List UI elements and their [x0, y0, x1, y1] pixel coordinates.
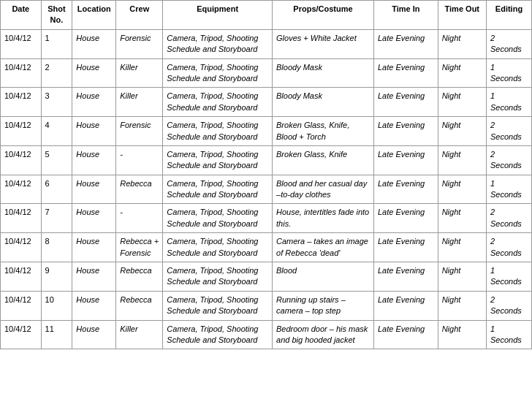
cell-props: Blood [273, 262, 374, 292]
cell-crew: - [116, 204, 163, 233]
cell-shot: 2 [41, 58, 72, 88]
cell-shot: 5 [41, 145, 72, 175]
cell-timeIn: Late Evening [374, 117, 438, 146]
cell-location: House [72, 204, 116, 233]
cell-editing: 2 Seconds [486, 233, 531, 262]
cell-date: 10/4/12 [1, 204, 42, 233]
cell-location: House [72, 58, 116, 88]
cell-location: House [72, 262, 116, 292]
cell-timeIn: Late Evening [374, 88, 438, 117]
cell-editing: 2 Seconds [486, 145, 531, 175]
cell-location: House [72, 291, 116, 320]
cell-editing: 2 Seconds [486, 204, 531, 233]
cell-timeIn: Late Evening [374, 175, 438, 204]
cell-shot: 1 [41, 29, 72, 58]
table-row: 10/4/1211HouseKillerCamera, Tripod, Shoo… [1, 320, 532, 349]
cell-shot: 3 [41, 88, 72, 117]
table-row: 10/4/128HouseRebecca + ForensicCamera, T… [1, 233, 532, 262]
cell-equipment: Camera, Tripod, Shooting Schedule and St… [163, 88, 273, 117]
table-row: 10/4/121HouseForensicCamera, Tripod, Sho… [1, 29, 532, 58]
header-props: Props/Costume [273, 1, 374, 30]
cell-date: 10/4/12 [1, 145, 42, 175]
cell-props: Broken Glass, Knife [273, 145, 374, 175]
cell-crew: Rebecca + Forensic [116, 233, 163, 262]
cell-editing: 1 Seconds [486, 262, 531, 292]
cell-shot: 4 [41, 117, 72, 146]
cell-timeIn: Late Evening [374, 233, 438, 262]
cell-equipment: Camera, Tripod, Shooting Schedule and St… [163, 262, 273, 292]
cell-crew: - [116, 145, 163, 175]
cell-crew: Rebecca [116, 291, 163, 320]
cell-editing: 1 Seconds [486, 175, 531, 204]
cell-date: 10/4/12 [1, 291, 42, 320]
cell-timeOut: Night [438, 29, 486, 58]
header-timein: Time In [374, 1, 438, 30]
cell-props: Bloody Mask [273, 58, 374, 88]
table-row: 10/4/1210HouseRebeccaCamera, Tripod, Sho… [1, 291, 532, 320]
cell-equipment: Camera, Tripod, Shooting Schedule and St… [163, 204, 273, 233]
cell-crew: Forensic [116, 29, 163, 58]
cell-location: House [72, 175, 116, 204]
cell-timeOut: Night [438, 58, 486, 88]
header-timeout: Time Out [438, 1, 486, 30]
cell-props: Bloody Mask [273, 88, 374, 117]
table-row: 10/4/129HouseRebeccaCamera, Tripod, Shoo… [1, 262, 532, 292]
cell-timeOut: Night [438, 204, 486, 233]
cell-editing: 2 Seconds [486, 117, 531, 146]
cell-timeIn: Late Evening [374, 262, 438, 292]
cell-timeOut: Night [438, 175, 486, 204]
cell-timeOut: Night [438, 88, 486, 117]
cell-timeOut: Night [438, 262, 486, 292]
cell-shot: 7 [41, 204, 72, 233]
cell-equipment: Camera, Tripod, Shooting Schedule and St… [163, 117, 273, 146]
header-editing: Editing [486, 1, 531, 30]
cell-crew: Forensic [116, 117, 163, 146]
cell-editing: 1 Seconds [486, 88, 531, 117]
table-row: 10/4/126HouseRebeccaCamera, Tripod, Shoo… [1, 175, 532, 204]
cell-timeOut: Night [438, 320, 486, 349]
cell-equipment: Camera, Tripod, Shooting Schedule and St… [163, 58, 273, 88]
cell-timeOut: Night [438, 291, 486, 320]
cell-editing: 1 Seconds [486, 58, 531, 88]
cell-crew: Killer [116, 58, 163, 88]
cell-date: 10/4/12 [1, 175, 42, 204]
cell-location: House [72, 88, 116, 117]
table-row: 10/4/127House-Camera, Tripod, Shooting S… [1, 204, 532, 233]
header-equipment: Equipment [163, 1, 273, 30]
cell-date: 10/4/12 [1, 117, 42, 146]
cell-shot: 6 [41, 175, 72, 204]
cell-editing: 2 Seconds [486, 29, 531, 58]
header-shot: Shot No. [41, 1, 72, 30]
cell-shot: 10 [41, 291, 72, 320]
table-row: 10/4/125House-Camera, Tripod, Shooting S… [1, 145, 532, 175]
cell-editing: 2 Seconds [486, 291, 531, 320]
cell-date: 10/4/12 [1, 320, 42, 349]
cell-shot: 8 [41, 233, 72, 262]
cell-timeIn: Late Evening [374, 29, 438, 58]
cell-timeOut: Night [438, 117, 486, 146]
cell-crew: Killer [116, 320, 163, 349]
cell-timeIn: Late Evening [374, 145, 438, 175]
table-row: 10/4/124HouseForensicCamera, Tripod, Sho… [1, 117, 532, 146]
cell-props: House, intertitles fade into this. [273, 204, 374, 233]
cell-date: 10/4/12 [1, 262, 42, 292]
header-date: Date [1, 1, 42, 30]
cell-crew: Rebecca [116, 262, 163, 292]
cell-location: House [72, 320, 116, 349]
cell-timeIn: Late Evening [374, 58, 438, 88]
cell-date: 10/4/12 [1, 58, 42, 88]
cell-timeIn: Late Evening [374, 320, 438, 349]
table-row: 10/4/123HouseKillerCamera, Tripod, Shoot… [1, 88, 532, 117]
cell-location: House [72, 145, 116, 175]
cell-shot: 9 [41, 262, 72, 292]
cell-timeIn: Late Evening [374, 291, 438, 320]
cell-equipment: Camera, Tripod, Shooting Schedule and St… [163, 233, 273, 262]
cell-equipment: Camera, Tripod, Shooting Schedule and St… [163, 145, 273, 175]
cell-timeIn: Late Evening [374, 204, 438, 233]
cell-location: House [72, 29, 116, 58]
cell-location: House [72, 117, 116, 146]
cell-crew: Rebecca [116, 175, 163, 204]
cell-props: Broken Glass, Knife, Blood + Torch [273, 117, 374, 146]
cell-timeOut: Night [438, 145, 486, 175]
cell-shot: 11 [41, 320, 72, 349]
